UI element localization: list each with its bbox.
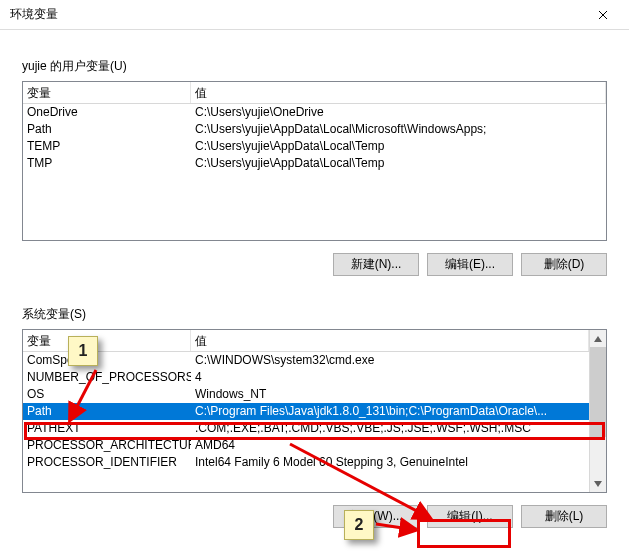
var-name: OneDrive [23, 104, 191, 121]
var-value: Intel64 Family 6 Model 60 Stepping 3, Ge… [191, 454, 589, 471]
var-value: Windows_NT [191, 386, 589, 403]
scroll-thumb[interactable] [590, 347, 606, 437]
col-header-name[interactable]: 变量 [23, 330, 191, 351]
dialog-title: 环境变量 [10, 6, 583, 23]
user-vars-header: 变量 值 [23, 82, 606, 104]
var-name: Path [23, 403, 191, 420]
table-row[interactable]: TMPC:\Users\yujie\AppData\Local\Temp [23, 155, 606, 172]
chevron-down-icon [594, 481, 602, 487]
close-icon [598, 10, 608, 20]
user-delete-button[interactable]: 删除(D) [521, 253, 607, 276]
system-edit-button[interactable]: 编辑(I)... [427, 505, 513, 528]
table-row[interactable]: PathC:\Users\yujie\AppData\Local\Microso… [23, 121, 606, 138]
scroll-up-button[interactable] [590, 330, 606, 347]
table-row[interactable]: NUMBER_OF_PROCESSORS4 [23, 369, 589, 386]
var-name: PROCESSOR_ARCHITECTURE [23, 437, 191, 454]
system-vars-label: 系统变量(S) [22, 306, 629, 323]
var-name: OS [23, 386, 191, 403]
scroll-down-button[interactable] [590, 475, 606, 492]
var-name: NUMBER_OF_PROCESSORS [23, 369, 191, 386]
user-vars-buttons: 新建(N)... 编辑(E)... 删除(D) [22, 253, 607, 276]
var-name: Path [23, 121, 191, 138]
var-value: .COM;.EXE;.BAT;.CMD;.VBS;.VBE;.JS;.JSE;.… [191, 420, 589, 437]
table-row[interactable]: OneDriveC:\Users\yujie\OneDrive [23, 104, 606, 121]
system-new-button[interactable]: 新建(W)... [333, 505, 419, 528]
table-row[interactable]: PathC:\Program Files\Java\jdk1.8.0_131\b… [23, 403, 589, 420]
col-header-name[interactable]: 变量 [23, 82, 191, 103]
system-list-scrollbar[interactable] [589, 330, 606, 492]
var-value: C:\Users\yujie\OneDrive [191, 104, 606, 121]
table-row[interactable]: PROCESSOR_IDENTIFIERIntel64 Family 6 Mod… [23, 454, 589, 471]
var-name: TMP [23, 155, 191, 172]
var-name: PATHEXT [23, 420, 191, 437]
var-value: 4 [191, 369, 589, 386]
close-button[interactable] [583, 1, 623, 29]
col-header-value[interactable]: 值 [191, 82, 606, 103]
table-row[interactable]: ComSpecC:\WINDOWS\system32\cmd.exe [23, 352, 589, 369]
chevron-up-icon [594, 336, 602, 342]
scroll-spacer [590, 437, 606, 475]
table-row[interactable]: TEMPC:\Users\yujie\AppData\Local\Temp [23, 138, 606, 155]
table-row[interactable]: PATHEXT.COM;.EXE;.BAT;.CMD;.VBS;.VBE;.JS… [23, 420, 589, 437]
var-value: C:\Users\yujie\AppData\Local\Microsoft\W… [191, 121, 606, 138]
user-vars-list[interactable]: 变量 值 OneDriveC:\Users\yujie\OneDrivePath… [22, 81, 607, 241]
table-row[interactable]: PROCESSOR_ARCHITECTUREAMD64 [23, 437, 589, 454]
user-new-button[interactable]: 新建(N)... [333, 253, 419, 276]
var-value: C:\Users\yujie\AppData\Local\Temp [191, 155, 606, 172]
titlebar: 环境变量 [0, 0, 629, 30]
user-vars-label: yujie 的用户变量(U) [22, 58, 629, 75]
col-header-value[interactable]: 值 [191, 330, 589, 351]
var-name: TEMP [23, 138, 191, 155]
system-vars-buttons: 新建(W)... 编辑(I)... 删除(L) [22, 505, 607, 528]
var-value: C:\Program Files\Java\jdk1.8.0_131\bin;C… [191, 403, 589, 420]
system-delete-button[interactable]: 删除(L) [521, 505, 607, 528]
user-edit-button[interactable]: 编辑(E)... [427, 253, 513, 276]
var-name: ComSpec [23, 352, 191, 369]
var-value: C:\Users\yujie\AppData\Local\Temp [191, 138, 606, 155]
system-vars-list[interactable]: 变量 值 ComSpecC:\WINDOWS\system32\cmd.exeN… [22, 329, 607, 493]
var-name: PROCESSOR_IDENTIFIER [23, 454, 191, 471]
table-row[interactable]: OSWindows_NT [23, 386, 589, 403]
var-value: AMD64 [191, 437, 589, 454]
system-vars-header: 变量 值 [23, 330, 589, 352]
var-value: C:\WINDOWS\system32\cmd.exe [191, 352, 589, 369]
